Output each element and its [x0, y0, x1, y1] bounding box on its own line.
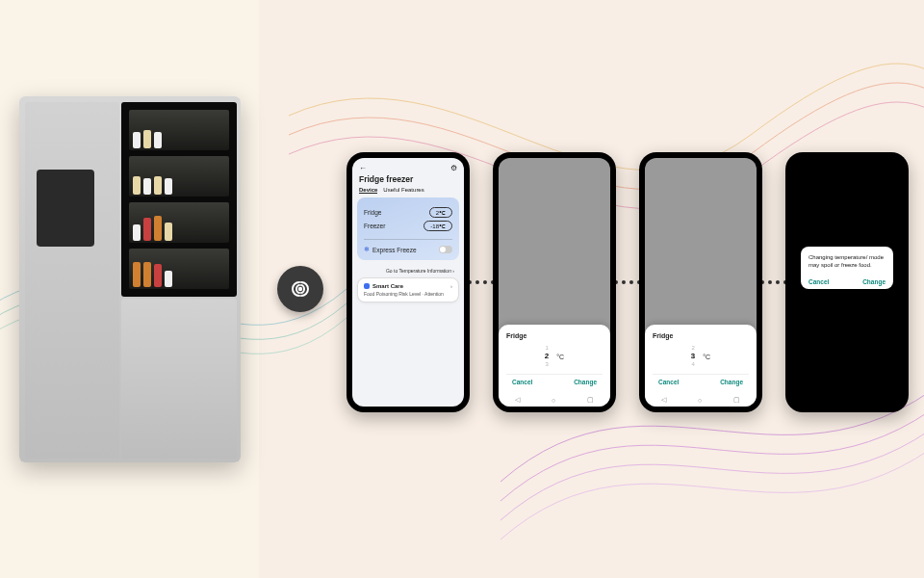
temperature-card: Fridge 2℃ Freezer -18℃ ❄ Express Freeze: [357, 197, 459, 260]
smart-care-subtitle: Food Poisoning Risk Level · Attention: [364, 291, 452, 297]
cancel-button[interactable]: Cancel: [808, 278, 829, 285]
snowflake-icon: ❄: [364, 246, 370, 253]
smart-care-icon: [364, 283, 370, 289]
wireless-icon: [277, 266, 323, 312]
change-button[interactable]: Change: [720, 379, 743, 385]
temperature-info-link[interactable]: Go to Temperature Information ›: [362, 268, 454, 274]
phone-step-4: Changing temperature/ mode may spoil or …: [785, 152, 909, 412]
cancel-button[interactable]: Cancel: [512, 379, 532, 385]
settings-icon[interactable]: ⚙: [450, 164, 457, 172]
dialog-message: Changing temperature/ mode may spoil or …: [808, 254, 886, 269]
temperature-spinner[interactable]: 2 3 4 °C: [653, 345, 749, 368]
android-navbar: ◁○▢: [499, 393, 610, 407]
flow-connector: [468, 280, 495, 284]
phone-step-2: Fridge 1 2 3 °C Cancel Change ◁○▢: [493, 152, 616, 412]
flow-connector: [760, 280, 787, 284]
water-dispenser: [37, 170, 94, 247]
sheet-title: Fridge: [653, 332, 749, 339]
cancel-button[interactable]: Cancel: [658, 379, 679, 385]
flow-connector: [614, 280, 641, 284]
unit-label: °C: [703, 354, 710, 360]
android-navbar: ◁○▢: [645, 393, 757, 407]
express-freeze-label: Express Freeze: [372, 247, 417, 253]
freezer-label: Freezer: [364, 223, 385, 229]
phone-step-3: Fridge 2 3 4 °C Cancel Change ◁○▢: [639, 152, 762, 412]
fridge-temp-pill[interactable]: 2℃: [429, 207, 452, 218]
express-freeze-toggle[interactable]: [439, 246, 452, 253]
change-button[interactable]: Change: [574, 379, 597, 385]
freezer-temp-pill[interactable]: -18℃: [424, 221, 452, 231]
svg-point-0: [299, 288, 301, 290]
tab-useful-features[interactable]: Useful Features: [383, 187, 424, 194]
instaview-window: [121, 102, 237, 297]
fridge-temp-sheet: Fridge 1 2 3 °C Cancel Change: [499, 325, 610, 393]
change-button[interactable]: Change: [862, 278, 886, 285]
phone-step-1: ← ⚙ Fridge freezer Device Useful Feature…: [346, 152, 470, 412]
screen-title: Fridge freezer: [352, 174, 464, 187]
temperature-spinner[interactable]: 1 2 3 °C: [506, 345, 603, 368]
refrigerator-image: [19, 96, 241, 462]
smart-care-card[interactable]: Smart Care› Food Poisoning Risk Level · …: [357, 277, 459, 302]
tab-device[interactable]: Device: [359, 187, 377, 194]
sheet-title: Fridge: [506, 332, 603, 339]
confirm-dialog: Changing temperature/ mode may spoil or …: [801, 247, 893, 289]
back-icon[interactable]: ←: [359, 164, 367, 172]
fridge-label: Fridge: [364, 209, 381, 216]
unit-label: °C: [556, 354, 564, 360]
fridge-temp-sheet: Fridge 2 3 4 °C Cancel Change: [645, 325, 757, 393]
